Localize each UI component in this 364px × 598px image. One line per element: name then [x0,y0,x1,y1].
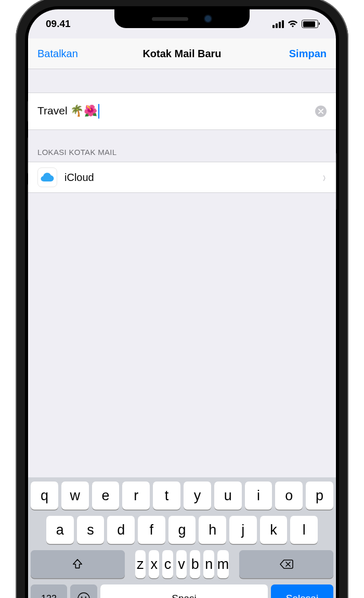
key-h[interactable]: h [199,516,226,544]
mailbox-location-cell[interactable]: iCloud › [28,162,336,193]
key-o[interactable]: o [275,482,303,510]
key-c[interactable]: c [162,550,173,578]
key-q[interactable]: q [31,482,58,510]
key-l[interactable]: l [290,516,318,544]
mailbox-location-header: LOKASI KOTAK MAIL [28,130,336,162]
shift-icon [72,558,83,570]
key-a[interactable]: a [46,516,74,544]
key-g[interactable]: g [168,516,196,544]
key-e[interactable]: e [92,482,120,510]
key-u[interactable]: u [214,482,242,510]
space-key[interactable]: Spasi [100,584,268,598]
cancel-button[interactable]: Batalkan [37,48,78,60]
numbers-key[interactable]: 123 [31,584,67,598]
wifi-icon [288,20,298,28]
text-cursor [98,104,99,119]
key-b[interactable]: b [190,550,200,578]
key-i[interactable]: i [245,482,272,510]
backspace-key[interactable] [239,550,333,578]
chevron-right-icon: › [323,169,326,186]
key-v[interactable]: v [176,550,187,578]
backspace-icon [279,559,294,569]
battery-icon [302,20,318,28]
mailbox-name-cell[interactable]: Travel 🌴🌺 [28,93,336,130]
key-m[interactable]: m [217,550,229,578]
key-n[interactable]: n [203,550,214,578]
mailbox-name-value: Travel 🌴🌺 [37,105,97,116]
phone-notch [114,9,250,28]
shift-key[interactable] [31,550,125,578]
icloud-icon [37,167,57,187]
key-d[interactable]: d [107,516,135,544]
key-t[interactable]: t [153,482,180,510]
navigation-bar: Batalkan Kotak Mail Baru Simpan [28,38,336,69]
key-k[interactable]: k [260,516,288,544]
key-s[interactable]: s [77,516,105,544]
clear-text-button[interactable] [315,106,327,117]
save-button[interactable]: Simpan [289,48,327,60]
emoji-key[interactable] [70,584,97,598]
mailbox-name-input[interactable]: Travel 🌴🌺 [37,104,315,119]
key-y[interactable]: y [184,482,211,510]
mailbox-location-value: iCloud [64,172,315,184]
key-x[interactable]: x [149,550,159,578]
key-r[interactable]: r [122,482,150,510]
key-f[interactable]: f [138,516,165,544]
onscreen-keyboard: qwertyuiop asdfghjkl zxcvbnm [28,477,336,598]
key-w[interactable]: w [61,482,89,510]
key-j[interactable]: j [229,516,257,544]
close-icon [318,109,323,114]
key-p[interactable]: p [306,482,333,510]
emoji-icon [77,592,90,598]
return-key[interactable]: Selesai [271,584,333,598]
svg-point-2 [85,596,87,598]
status-time: 09.41 [46,18,71,30]
svg-point-0 [78,593,89,598]
cellular-signal-icon [272,20,284,28]
svg-point-1 [81,596,83,598]
key-z[interactable]: z [135,550,146,578]
